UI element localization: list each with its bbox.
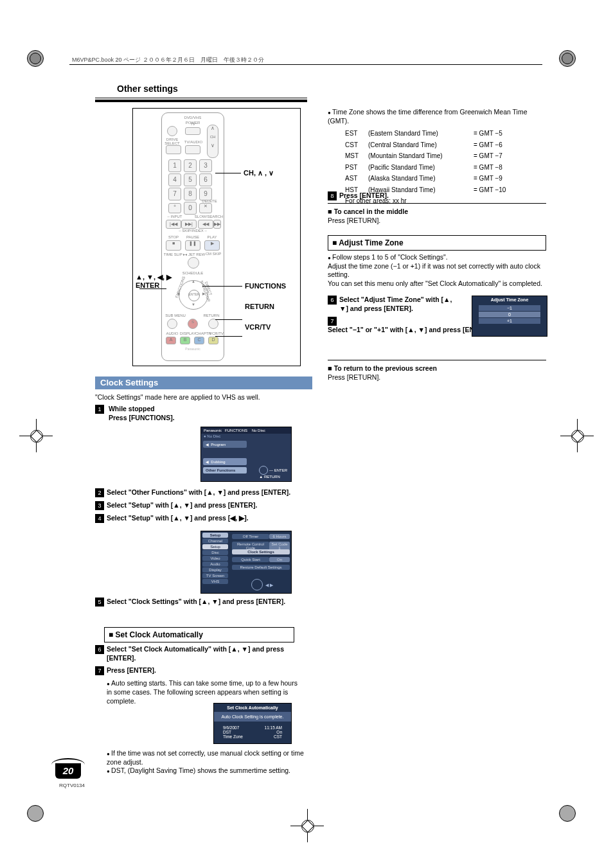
btn-a: A <box>166 337 176 344</box>
step-num-6: 6 <box>95 645 104 654</box>
btn-b: B <box>180 337 190 344</box>
label-dvdvhs: DVD/VHS <box>162 116 224 120</box>
screen-other: Other Functions <box>206 468 235 472</box>
btn-submenu <box>167 319 177 329</box>
rule-bottom-right <box>328 360 546 360</box>
btn-drive <box>166 145 181 154</box>
tz-gmt-4: = GMT −9 <box>473 173 513 184</box>
label-chaptr: CHAPTR <box>195 332 211 335</box>
crosshair-left <box>23 423 49 448</box>
rule-thick <box>95 100 307 102</box>
tz-gmt-0: = GMT −5 <box>473 128 513 139</box>
btn-s: S <box>188 319 198 329</box>
setup-tab-tvscreen: TV Screen <box>202 573 228 578</box>
label-stop: STOP <box>166 235 181 239</box>
step-6: Select "Set Clock Automatically" with [▲… <box>107 645 299 662</box>
clock-title: Set Clock Automatically <box>214 704 291 712</box>
callout-line-ch <box>215 173 241 173</box>
step-8-block: 8Press [ENTER]. <box>328 191 546 204</box>
notes-left: If the time was not set correctly, use m… <box>95 749 307 775</box>
clock-dst-k: DST <box>223 730 231 734</box>
tz-slot-minus: −1 <box>479 305 540 311</box>
subheading-set-clock-auto: Set Clock Automatically <box>104 627 294 642</box>
clock-tz-k: Time Zone <box>223 734 243 739</box>
screen-adjust-tz: Adjust Time Zone −1 0 +1 <box>472 296 547 337</box>
screen-clock-auto: Set Clock Automatically Auto Clock Setti… <box>213 703 292 744</box>
clock-tz-v: CST <box>274 734 282 739</box>
step-7-note: Auto setting starts. This can take some … <box>107 679 299 705</box>
opt-quick: Quick Start <box>232 557 269 562</box>
step-6r: Select "Adjust Time Zone" with [▲, ▼] an… <box>339 296 461 313</box>
btn-4: 4 <box>168 173 181 186</box>
steps-block-3: 5Select "Clock Settings" with [▲, ▼] and… <box>95 598 307 610</box>
tz-abbr-2: MST <box>344 151 366 161</box>
tz-abbr-3: PST <box>344 163 366 173</box>
tz-gmt-3: = GMT −8 <box>473 163 513 173</box>
btn-pause: ❚❚ <box>185 240 200 251</box>
setup-tab-display: Display <box>202 567 228 572</box>
label-input: – INPUT <box>164 215 185 218</box>
callout-line-return <box>215 319 242 320</box>
btn-skipb: |◀◀ <box>166 220 181 229</box>
step-1: While stopped Press [FUNCTIONS]. <box>109 405 301 422</box>
reg-mark-bl <box>27 805 50 828</box>
btn-delete: ✕ <box>199 203 212 213</box>
label-brand: Panasonic <box>162 347 224 351</box>
tz-name-0: (Eastern Standard Time) <box>368 128 472 139</box>
btn-tv <box>185 127 200 135</box>
btn-ch-rocker: ∧ CH ∨ <box>207 125 218 158</box>
label-audio: AUDIO <box>166 332 179 335</box>
callout-arrows: ▲, ▼, ◀, ▶ ENTER <box>136 273 172 289</box>
note-left-1: If the time was not set correctly, use m… <box>107 749 307 766</box>
adj-p1: Adjust the time zone (−1 or +1) if it wa… <box>328 262 546 279</box>
running-header-text: M6VP&PC.book 20 ページ ２００６年２月６日 月曜日 午後３時２０… <box>69 57 267 63</box>
opt-quick-val: On <box>269 557 290 562</box>
heading-clock-settings: Clock Settings <box>95 376 312 389</box>
setup-tab-audio: Audio <box>202 562 228 567</box>
btn-ff: ▶▶ <box>213 220 221 229</box>
steps-block-4: 6Select "Set Clock Automatically" with [… <box>95 645 307 709</box>
tz-gmt-2: = GMT −7 <box>473 151 513 161</box>
adj-p2: You can set this menu only after "Set Cl… <box>328 279 546 288</box>
btn-enter: ENTER <box>188 290 200 301</box>
btn-return <box>208 319 218 329</box>
label-vcrtv: VCR/TV <box>209 332 222 335</box>
tz-intro-block: Time Zone shows the time difference from… <box>328 108 546 125</box>
subheading-adjust-tz: Adjust Time Zone <box>328 235 546 251</box>
cancel-heading: To cancel in the middle <box>328 207 546 217</box>
label-ch: CH <box>208 135 218 139</box>
setup-tab-setup-top: Setup <box>202 533 228 538</box>
step-num-2: 2 <box>95 488 104 497</box>
label-return: RETURN <box>202 314 221 317</box>
step-3: Select "Setup" with [▲, ▼] and press [EN… <box>107 501 299 510</box>
step-1a: While stopped <box>109 405 155 412</box>
btn-5: 5 <box>184 173 197 186</box>
step-2: Select "Other Functions" with [▲, ▼] and… <box>107 488 299 497</box>
setup-tab-setup: Setup <box>202 544 228 549</box>
btn-7: 7 <box>168 188 181 200</box>
btn-rew: ◀◀ <box>198 220 213 229</box>
btn-3: 3 <box>199 159 212 172</box>
tz-slot-plus: +1 <box>479 318 540 324</box>
label-skipidx: – SKIP/INDEX – <box>162 229 224 233</box>
opt-offtimer: Off Timer <box>232 534 269 539</box>
screen-functions: Panasonic FUNCTIONS No Disc ● No Disc ◀ … <box>200 427 292 482</box>
callout-return: RETURN <box>245 303 274 310</box>
btn-skipf: ▶▶| <box>181 220 197 229</box>
step-num-5: 5 <box>95 598 104 607</box>
clock-intro: "Clock Settings" made here are applied t… <box>95 393 307 402</box>
remote-diagram: DVD/VHS POWER TV ∧ CH ∨ DRIVE SELECT TV/… <box>132 108 301 366</box>
step-num-3: 3 <box>95 501 104 510</box>
btn-c: C <box>194 337 204 344</box>
opt-clock: Clock Settings <box>232 549 290 554</box>
tz-name-3: (Pacific Standard Time) <box>368 163 472 173</box>
btn-plus: + <box>168 203 181 213</box>
step-num-7r: 7 <box>328 317 337 326</box>
label-display: DISPLAY <box>180 332 195 335</box>
screen-dub: Dubbing <box>211 460 225 464</box>
tz-abbr-1: CST <box>344 140 366 150</box>
clock-time: 11:15 AM <box>265 725 282 730</box>
cancel-body: Press [RETURN]. <box>328 217 546 226</box>
steps-block-2: 2Select "Other Functions" with [▲, ▼] an… <box>95 488 307 527</box>
step-4: Select "Setup" with [▲, ▼] and press [◀,… <box>107 514 299 523</box>
